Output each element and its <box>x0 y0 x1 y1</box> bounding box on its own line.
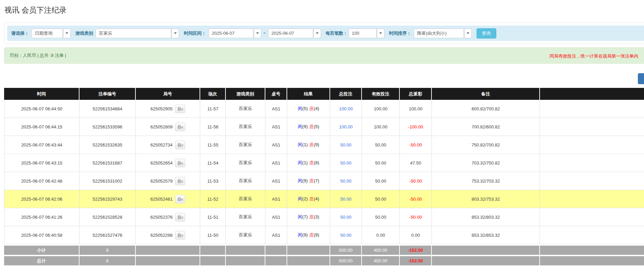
session-cell: 11-51 <box>200 208 226 226</box>
banker-result-score: (9) <box>314 232 319 237</box>
sort-value[interactable]: 降幂(由大到小) <box>414 29 464 38</box>
round-cell: 625052734 <box>136 136 200 154</box>
time-cell: 2025-06-07 06:43:44 <box>4 136 79 154</box>
video-replay-button[interactable] <box>175 213 185 221</box>
player-result-label: 闲 <box>298 214 302 219</box>
table-row: 2025-06-07 06:43:15522561531687625052654… <box>4 154 644 172</box>
total-label: 总计 <box>4 255 79 265</box>
total-bet-cell[interactable]: 50.00 <box>330 208 362 226</box>
chevron-down-icon <box>174 32 177 34</box>
round-cell: 625052481 <box>136 190 200 208</box>
result-cell: 闲(5)庄(4) <box>287 100 330 118</box>
date-from-dropdown-button[interactable] <box>254 29 261 38</box>
session-cell: 11-54 <box>200 154 226 172</box>
table-no-cell: AS1 <box>265 136 287 154</box>
total-row: 总计 8 500.00 450.00 -152.50 <box>4 255 644 265</box>
valid-bet-cell: 100.00 <box>362 118 400 136</box>
remark-cell: 703.32/750.82 <box>432 154 540 172</box>
video-replay-button[interactable] <box>175 141 185 149</box>
total-bet-cell[interactable]: 50.00 <box>330 190 362 208</box>
page-title: 视讯 会员下注纪录 <box>4 5 644 15</box>
total-bet-cell[interactable]: 50.00 <box>330 226 362 244</box>
payout-cell: -50.00 <box>400 190 432 208</box>
time-cell: 2025-06-07 06:41:26 <box>4 208 79 226</box>
video-replay-button[interactable] <box>175 195 185 203</box>
video-replay-button[interactable] <box>175 177 185 185</box>
header-table-no: 桌号 <box>265 88 287 100</box>
session-cell: 11-55 <box>200 136 226 154</box>
remark-cell: 753.32/703.32 <box>432 172 540 190</box>
chevron-down-icon <box>379 32 382 34</box>
header-remark: 备注 <box>432 88 540 100</box>
video-replay-button[interactable] <box>175 123 185 131</box>
header-game-type: 游戏类别 <box>226 88 265 100</box>
player-result-label: 闲 <box>298 232 302 237</box>
bet-id-cell: 522561532635 <box>79 136 136 154</box>
session-cell: 11-50 <box>200 226 226 244</box>
header-round-id: 局号 <box>136 88 200 100</box>
total-payout: -152.50 <box>400 255 432 265</box>
table-row: 2025-06-07 06:44:50522561534684625052905… <box>4 100 644 118</box>
video-replay-button[interactable] <box>175 231 185 239</box>
game-type-cell: 百家乐 <box>226 154 265 172</box>
table-no-cell: AS1 <box>265 226 287 244</box>
page-size-dropdown-button[interactable] <box>377 29 384 38</box>
page-size-select[interactable]: 100 <box>349 29 384 38</box>
remark-cell: 600.82/700.82 <box>432 100 540 118</box>
game-type-value[interactable]: 百家乐 <box>96 29 171 38</box>
total-bet-cell[interactable]: 50.00 <box>330 154 362 172</box>
banker-result-label: 庄 <box>309 142 314 147</box>
subtotal-count: 8 <box>79 244 136 255</box>
date-to-picker[interactable]: 2025-06-07 <box>268 29 321 38</box>
remark-cell: 853.32/853.32 <box>432 226 540 244</box>
table-no-cell: AS1 <box>265 154 287 172</box>
player-result-score: (9) <box>302 124 308 129</box>
total-bet-cell[interactable]: 100.00 <box>330 100 362 118</box>
time-cell: 2025-06-07 06:42:48 <box>4 172 79 190</box>
page-size-value[interactable]: 100 <box>349 29 377 38</box>
table-no-cell: AS1 <box>265 172 287 190</box>
query-type-value[interactable]: 日期查询 <box>31 29 63 38</box>
player-result-label: 闲 <box>298 196 302 201</box>
date-to-value[interactable]: 2025-06-07 <box>268 29 313 38</box>
player-result-label: 闲 <box>298 178 302 183</box>
video-camera-icon <box>177 179 183 183</box>
header-result: 结果 <box>287 88 330 100</box>
bet-id-cell: 522561527476 <box>79 226 136 244</box>
video-camera-icon <box>177 233 183 237</box>
search-button[interactable]: 查询 <box>477 28 496 38</box>
game-type-dropdown-button[interactable] <box>172 29 179 38</box>
payout-cell: 0.00 <box>400 226 432 244</box>
payout-cell: -100.00 <box>400 118 432 136</box>
query-type-label: 请选择： <box>11 30 29 36</box>
session-cell: 11-53 <box>200 172 226 190</box>
player-result-score: (7) <box>302 214 308 219</box>
cutoff-cell <box>540 136 644 154</box>
player-result-score: (1) <box>302 142 308 147</box>
game-type-select[interactable]: 百家乐 <box>96 29 179 38</box>
query-type-group: 请选择： 日期查询 <box>11 29 71 38</box>
date-to-dropdown-button[interactable] <box>313 29 321 38</box>
date-from-picker[interactable]: 2025-06-07 <box>208 29 261 38</box>
query-type-select[interactable]: 日期查询 <box>31 29 71 38</box>
game-type-cell: 百家乐 <box>226 172 265 190</box>
valid-bet-cell: 50.00 <box>362 190 400 208</box>
header-total-bet: 总投注 <box>330 88 362 100</box>
query-type-dropdown-button[interactable] <box>63 29 71 38</box>
result-cell: 闲(1)庄(9) <box>287 136 330 154</box>
date-from-value[interactable]: 2025-06-07 <box>208 29 253 38</box>
total-bet-cell[interactable]: 50.00 <box>330 172 362 190</box>
video-camera-icon <box>177 125 183 129</box>
header-session: 场次 <box>200 88 226 100</box>
sort-dropdown-button[interactable] <box>464 29 472 38</box>
sort-select[interactable]: 降幂(由大到小) <box>414 29 472 38</box>
total-bet-cell[interactable]: 50.00 <box>330 136 362 154</box>
video-camera-icon <box>177 161 183 165</box>
video-replay-button[interactable] <box>175 159 185 167</box>
banker-result-score: (4) <box>314 196 319 201</box>
corner-action-button[interactable] <box>638 73 644 84</box>
summary-text: 币别：人民币 | 总共 :8 注单 | <box>10 52 66 59</box>
video-replay-button[interactable] <box>175 105 185 113</box>
cutoff-cell <box>540 190 644 208</box>
total-bet-cell[interactable]: 100.00 <box>330 118 362 136</box>
